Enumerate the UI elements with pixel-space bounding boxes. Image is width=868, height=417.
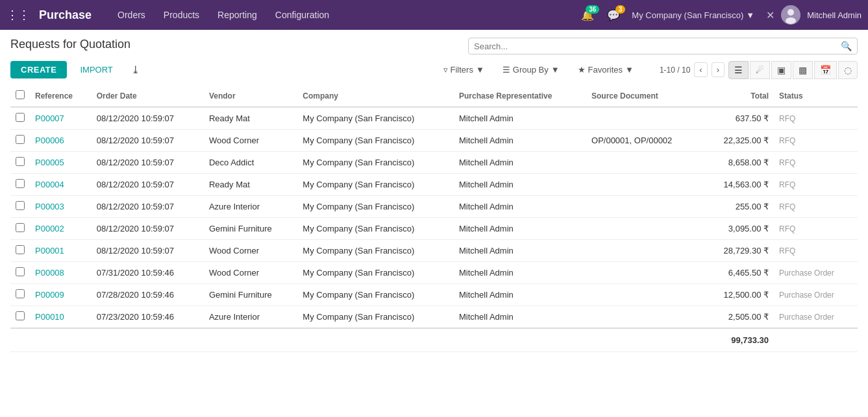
- row-checkbox-0[interactable]: [16, 113, 25, 122]
- row-checkbox-8[interactable]: [16, 289, 25, 298]
- chat-icon[interactable]: 💬 3: [607, 9, 620, 21]
- row-ref: P00002: [30, 218, 92, 240]
- table-row[interactable]: P00006 08/12/2020 10:59:07 Wood Corner M…: [10, 130, 858, 152]
- row-checkbox-2[interactable]: [16, 157, 25, 166]
- search-icon: 🔍: [841, 41, 852, 51]
- purchases-table: Reference Order Date Vendor Company Purc…: [10, 85, 858, 352]
- view-calendar-button[interactable]: 📅: [814, 61, 837, 79]
- select-all-checkbox[interactable]: [16, 90, 25, 99]
- row-source-doc: [586, 218, 703, 240]
- row-rep: Mitchell Admin: [454, 284, 586, 306]
- row-checkbox-cell: [10, 284, 30, 306]
- row-checkbox-cell: [10, 174, 30, 196]
- row-status: RFQ: [774, 218, 858, 240]
- nav-configuration[interactable]: Configuration: [267, 7, 337, 23]
- pagination-prev[interactable]: ‹: [694, 62, 707, 77]
- notifications-badge: 36: [586, 5, 599, 14]
- col-total[interactable]: Total: [703, 85, 774, 107]
- row-checkbox-4[interactable]: [16, 201, 25, 210]
- row-order-date: 08/12/2020 10:59:07: [92, 130, 204, 152]
- row-vendor: Wood Corner: [204, 240, 297, 262]
- row-order-date: 08/12/2020 10:59:07: [92, 174, 204, 196]
- row-checkbox-5[interactable]: [16, 223, 25, 232]
- pagination-next[interactable]: ›: [712, 62, 725, 77]
- row-vendor: Gemini Furniture: [204, 284, 297, 306]
- view-kanban-button[interactable]: ☄: [750, 61, 770, 79]
- col-status[interactable]: Status: [774, 85, 858, 107]
- row-total: 12,500.00 ₹: [703, 284, 774, 306]
- row-ref: P00004: [30, 174, 92, 196]
- nav-orders[interactable]: Orders: [110, 7, 153, 23]
- row-rep: Mitchell Admin: [454, 107, 586, 130]
- nav-products[interactable]: Products: [156, 7, 207, 23]
- row-ref: P00010: [30, 306, 92, 329]
- navbar-menu: Orders Products Reporting Configuration: [110, 7, 576, 23]
- row-source-doc: [586, 306, 703, 329]
- import-button[interactable]: IMPORT: [72, 61, 120, 78]
- table-row[interactable]: P00008 07/31/2020 10:59:46 Wood Corner M…: [10, 262, 858, 284]
- row-checkbox-cell: [10, 262, 30, 284]
- row-checkbox-1[interactable]: [16, 135, 25, 144]
- table-row[interactable]: P00010 07/23/2020 10:59:46 Azure Interio…: [10, 306, 858, 329]
- view-activity-button[interactable]: ◌: [838, 61, 858, 79]
- row-ref: P00005: [30, 152, 92, 174]
- groupby-button[interactable]: ☰ Group By ▼: [497, 62, 565, 77]
- row-company: My Company (San Francisco): [297, 306, 454, 329]
- row-checkbox-6[interactable]: [16, 245, 25, 254]
- navbar: ⋮⋮ Purchase Orders Products Reporting Co…: [0, 0, 868, 30]
- nav-reporting[interactable]: Reporting: [210, 7, 265, 23]
- table-row[interactable]: P00002 08/12/2020 10:59:07 Gemini Furnit…: [10, 218, 858, 240]
- search-input[interactable]: [474, 42, 841, 51]
- col-source-doc[interactable]: Source Document: [586, 85, 703, 107]
- star-icon: ★: [578, 65, 586, 75]
- view-list-button[interactable]: ☰: [728, 61, 749, 79]
- table-row[interactable]: P00004 08/12/2020 10:59:07 Ready Mat My …: [10, 174, 858, 196]
- row-checkbox-7[interactable]: [16, 267, 25, 276]
- col-vendor[interactable]: Vendor: [204, 85, 297, 107]
- col-reference[interactable]: Reference: [30, 85, 92, 107]
- filters-button[interactable]: ▿ Filters ▼: [438, 62, 490, 77]
- table-row[interactable]: P00007 08/12/2020 10:59:07 Ready Mat My …: [10, 107, 858, 130]
- row-checkbox-9[interactable]: [16, 311, 25, 320]
- groupby-icon: ☰: [502, 65, 510, 75]
- view-grid-button[interactable]: ▣: [771, 61, 791, 79]
- table-row[interactable]: P00001 08/12/2020 10:59:07 Wood Corner M…: [10, 240, 858, 262]
- navbar-brand: Purchase: [39, 8, 92, 22]
- row-status: RFQ: [774, 152, 858, 174]
- table-header-row: Reference Order Date Vendor Company Purc…: [10, 85, 858, 107]
- create-button[interactable]: CREATE: [10, 61, 67, 78]
- row-order-date: 07/28/2020 10:59:46: [92, 284, 204, 306]
- row-rep: Mitchell Admin: [454, 174, 586, 196]
- row-rep: Mitchell Admin: [454, 262, 586, 284]
- table-row[interactable]: P00003 08/12/2020 10:59:07 Azure Interio…: [10, 196, 858, 218]
- row-ref: P00008: [30, 262, 92, 284]
- avatar: [781, 5, 800, 25]
- page-title: Requests for Quotation: [10, 38, 130, 51]
- row-vendor: Wood Corner: [204, 262, 297, 284]
- grid-icon[interactable]: ⋮⋮: [6, 8, 30, 22]
- company-selector[interactable]: My Company (San Francisco) ▼: [626, 9, 760, 21]
- col-purchase-rep[interactable]: Purchase Representative: [454, 85, 586, 107]
- row-ref: P00009: [30, 284, 92, 306]
- col-company[interactable]: Company: [297, 85, 454, 107]
- row-checkbox-3[interactable]: [16, 179, 25, 188]
- row-rep: Mitchell Admin: [454, 196, 586, 218]
- row-source-doc: [586, 107, 703, 130]
- download-button[interactable]: ⤓: [126, 60, 145, 80]
- favorites-label: Favorites: [588, 65, 623, 75]
- row-order-date: 08/12/2020 10:59:07: [92, 218, 204, 240]
- groupby-chevron-icon: ▼: [551, 65, 560, 75]
- view-chart-button[interactable]: ▩: [793, 61, 813, 79]
- col-order-date[interactable]: Order Date: [92, 85, 204, 107]
- row-rep: Mitchell Admin: [454, 306, 586, 329]
- filter-icon: ▿: [443, 65, 448, 75]
- row-company: My Company (San Francisco): [297, 240, 454, 262]
- row-company: My Company (San Francisco): [297, 218, 454, 240]
- table-row[interactable]: P00009 07/28/2020 10:59:46 Gemini Furnit…: [10, 284, 858, 306]
- favorites-button[interactable]: ★ Favorites ▼: [573, 62, 639, 77]
- table-row[interactable]: P00005 08/12/2020 10:59:07 Deco Addict M…: [10, 152, 858, 174]
- close-icon[interactable]: ✕: [766, 9, 775, 21]
- row-company: My Company (San Francisco): [297, 152, 454, 174]
- bell-icon[interactable]: 🔔 36: [581, 9, 594, 21]
- user-name[interactable]: Mitchell Admin: [807, 10, 862, 20]
